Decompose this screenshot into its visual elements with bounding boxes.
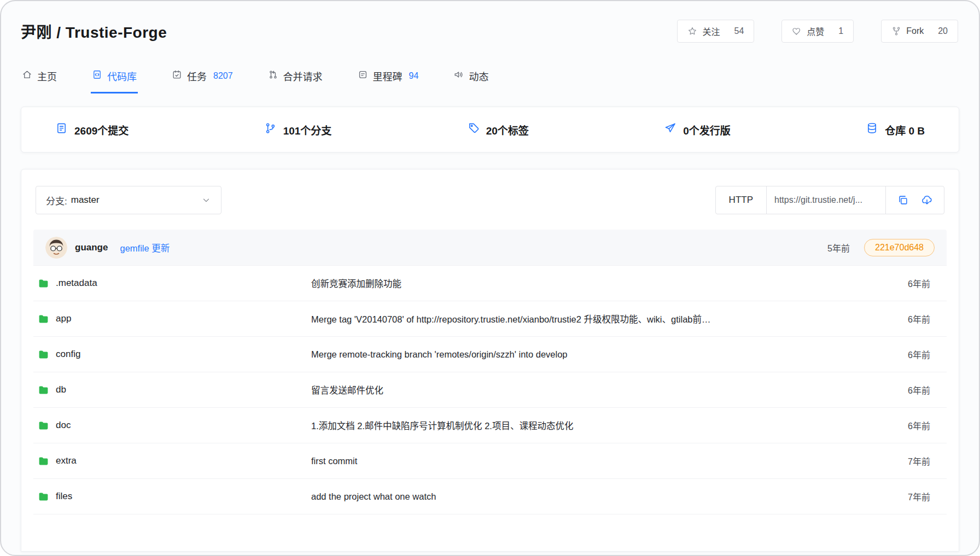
file-commit-message[interactable]: 创新竞赛添加删除功能: [311, 277, 876, 290]
repo-stats-bar: 2609个提交 101个分支 20个标签 0个发行版 仓库 0 B: [21, 107, 959, 153]
tab-activity-label: 动态: [469, 69, 488, 83]
fork-button[interactable]: Fork 20: [881, 20, 958, 43]
file-commit-time: 6年前: [876, 419, 941, 432]
clone-url-group: HTTP https://git.trustie.net/j...: [715, 186, 944, 214]
fork-count: 20: [938, 26, 948, 36]
tab-tasks-label: 任务: [187, 69, 207, 83]
star-icon: [687, 26, 697, 36]
file-commit-message[interactable]: first commit: [311, 456, 876, 466]
home-icon: [22, 69, 32, 83]
table-row: config Merge remote-tracking branch 'rem…: [33, 337, 947, 372]
file-commit-time: 7年前: [876, 490, 941, 503]
cloud-download-icon[interactable]: [921, 194, 933, 206]
app-window: 尹刚 / Trustie-Forge 关注 54 点赞 1 For: [0, 0, 980, 556]
tab-merge-requests-label: 合并请求: [283, 69, 323, 83]
branch-selector-value: master: [71, 195, 100, 206]
like-count: 1: [838, 26, 843, 36]
watch-label: 关注: [702, 25, 720, 38]
clone-url-field[interactable]: https://git.trustie.net/j...: [767, 186, 886, 214]
like-button[interactable]: 点赞 1: [781, 20, 854, 43]
file-commit-message[interactable]: Merge tag 'V20140708' of http://reposito…: [311, 312, 876, 325]
stat-releases[interactable]: 0个发行版: [664, 122, 731, 137]
header-actions: 关注 54 点赞 1 Fork 20: [677, 20, 958, 43]
browser-toolbar: 分支: master HTTP https://git.trustie.net/…: [33, 186, 947, 214]
commit-time: 5年前: [827, 241, 850, 254]
like-label: 点赞: [807, 25, 824, 38]
file-name-link[interactable]: extra: [38, 455, 311, 467]
latest-commit-bar: guange gemfile 更新 5年前 221e70d648: [33, 230, 947, 266]
stat-repo-size-label: 仓库 0 B: [885, 122, 925, 137]
page-title: 尹刚 / Trustie-Forge: [21, 20, 167, 42]
folder-icon: [38, 278, 49, 289]
commit-doc-icon: [55, 122, 68, 137]
file-commit-message[interactable]: 1.添加文档 2.邮件中缺陷序号计算机制优化 2.项目、课程动态优化: [311, 419, 876, 432]
tab-home-label: 主页: [37, 69, 57, 83]
tab-tasks-badge: 8207: [213, 71, 233, 81]
fork-icon: [891, 26, 901, 36]
folder-icon: [38, 491, 49, 502]
table-row: app Merge tag 'V20140708' of http://repo…: [33, 301, 947, 337]
copy-icon[interactable]: [897, 194, 909, 206]
tab-milestones[interactable]: 里程碑 94: [357, 65, 420, 93]
file-name-link[interactable]: db: [38, 384, 311, 396]
commit-meta: 5年前 221e70d648: [827, 239, 935, 256]
stat-releases-label: 0个发行版: [683, 122, 731, 137]
fork-label: Fork: [906, 26, 924, 36]
code-repo-icon: [92, 69, 102, 83]
table-row: extra first commit 7年前: [33, 443, 947, 479]
repo-browser-card: 分支: master HTTP https://git.trustie.net/…: [21, 169, 959, 552]
file-name-link[interactable]: doc: [38, 420, 311, 431]
file-name-link[interactable]: files: [38, 491, 311, 502]
tab-tasks[interactable]: 任务 8207: [171, 65, 234, 93]
table-row: .metadata 创新竞赛添加删除功能 6年前: [33, 266, 947, 301]
watch-button[interactable]: 关注 54: [677, 20, 754, 43]
commit-sha-badge[interactable]: 221e70d648: [864, 239, 935, 256]
stat-commits-label: 2609个提交: [74, 122, 129, 137]
stat-commits[interactable]: 2609个提交: [55, 122, 129, 137]
file-commit-message[interactable]: Merge remote-tracking branch 'remotes/or…: [311, 349, 876, 360]
clone-protocol-button[interactable]: HTTP: [716, 186, 767, 214]
stat-tags-label: 20个标签: [486, 122, 529, 137]
tab-merge-requests[interactable]: 合并请求: [267, 65, 324, 93]
tab-milestones-badge: 94: [409, 71, 419, 81]
folder-icon: [38, 420, 49, 431]
commit-author[interactable]: guange: [75, 242, 108, 253]
branch-icon: [264, 122, 277, 137]
table-row: files add the project what one watch 7年前: [33, 479, 947, 514]
repo-header: 尹刚 / Trustie-Forge 关注 54 点赞 1 For: [1, 1, 979, 43]
file-name-link[interactable]: config: [38, 349, 311, 360]
stat-repo-size[interactable]: 仓库 0 B: [866, 122, 925, 137]
branch-selector[interactable]: 分支: master: [36, 186, 221, 214]
folder-icon: [38, 349, 49, 360]
stat-tags[interactable]: 20个标签: [467, 122, 529, 137]
stat-branches-label: 101个分支: [283, 122, 332, 137]
tab-code-repo-label: 代码库: [107, 69, 137, 83]
file-name-link[interactable]: app: [38, 313, 311, 325]
merge-request-icon: [268, 69, 278, 83]
watch-count: 54: [734, 26, 744, 36]
avatar[interactable]: [45, 237, 67, 259]
tab-home[interactable]: 主页: [21, 65, 58, 93]
folder-icon: [38, 455, 49, 467]
file-commit-message[interactable]: add the project what one watch: [311, 491, 876, 502]
stat-branches[interactable]: 101个分支: [264, 122, 332, 137]
file-name-link[interactable]: .metadata: [38, 278, 311, 289]
tab-activity[interactable]: 动态: [452, 65, 489, 93]
clone-action-icons: [886, 186, 944, 214]
commit-message-link[interactable]: gemfile 更新: [120, 241, 170, 254]
file-commit-time: 6年前: [876, 277, 941, 290]
table-row: doc 1.添加文档 2.邮件中缺陷序号计算机制优化 2.项目、课程动态优化 6…: [33, 408, 947, 443]
task-icon: [172, 69, 182, 83]
activity-icon: [453, 69, 464, 83]
file-commit-time: 6年前: [876, 312, 941, 325]
chevron-down-icon: [201, 195, 211, 205]
tab-code-repo[interactable]: 代码库: [91, 65, 138, 93]
tag-icon: [467, 122, 480, 137]
branch-selector-label: 分支:: [46, 194, 67, 207]
file-commit-time: 6年前: [876, 383, 941, 396]
file-commit-message[interactable]: 留言发送邮件优化: [311, 383, 876, 396]
folder-icon: [38, 384, 49, 396]
table-row: db 留言发送邮件优化 6年前: [33, 372, 947, 408]
tab-milestones-label: 里程碑: [373, 69, 402, 83]
folder-icon: [38, 313, 49, 325]
